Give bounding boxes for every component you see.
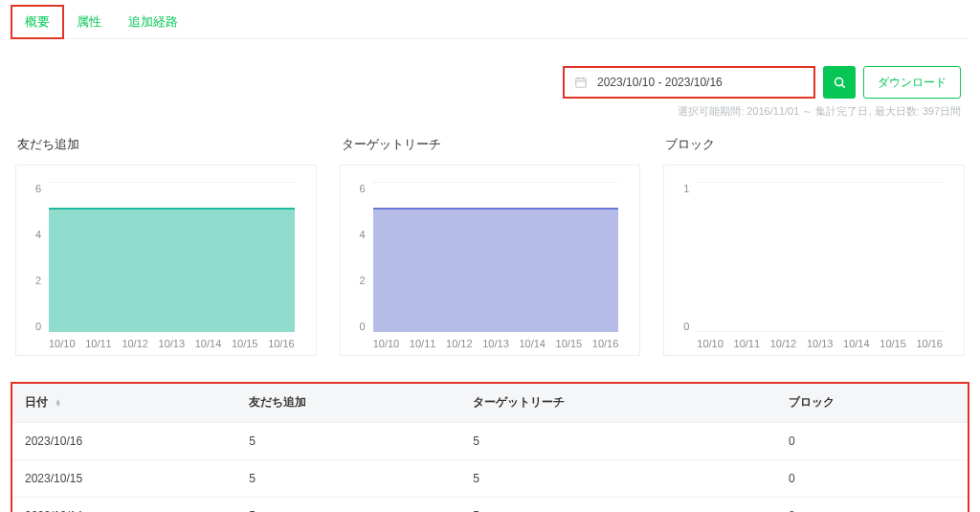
cell-reach: 5 [459, 423, 775, 460]
x-axis: 10/1010/1110/1210/1310/1410/1510/16 [697, 338, 943, 349]
chart-card: ターゲットリーチ642010/1010/1110/1210/1310/1410/… [340, 136, 641, 356]
cell-addfriends: 5 [235, 460, 459, 498]
x-tick: 10/13 [807, 338, 834, 349]
data-table-wrap: 日付 ▲▼ 友だち追加 ターゲットリーチ ブロック 2023/10/165502… [11, 383, 969, 512]
grid-line [373, 182, 619, 183]
cell-addfriends: 5 [235, 498, 459, 513]
x-tick: 10/12 [446, 338, 473, 349]
y-tick: 0 [360, 321, 366, 332]
cell-block: 0 [775, 498, 969, 513]
col-block[interactable]: ブロック [775, 383, 969, 423]
search-button[interactable] [823, 66, 856, 99]
x-axis: 10/1010/1110/1210/1310/1410/1510/16 [373, 338, 619, 349]
x-tick: 10/16 [592, 338, 619, 349]
tab-add-route[interactable]: 追加経路 [115, 6, 191, 38]
svg-rect-0 [576, 78, 587, 87]
x-tick: 10/12 [770, 338, 797, 349]
calendar-icon [574, 76, 588, 89]
date-range-hint: 選択可能期間: 2016/11/01 ～ 集計完了日, 最大日数: 397日間 [678, 104, 961, 119]
chart-plot: 642010/1010/1110/1210/1310/1410/1510/16 [15, 165, 317, 356]
x-tick: 10/11 [85, 338, 112, 349]
tabs-bar: 概要 属性 追加経路 [11, 0, 969, 39]
x-tick: 10/15 [556, 338, 583, 349]
col-reach[interactable]: ターゲットリーチ [459, 383, 775, 423]
toolbar: 2023/10/10 - 2023/10/16 ダウンロード [11, 66, 969, 99]
y-axis: 10 [676, 183, 689, 332]
date-range-value: 2023/10/10 - 2023/10/16 [597, 76, 723, 89]
y-tick: 4 [35, 229, 41, 240]
table-row: 2023/10/15550 [11, 460, 969, 498]
svg-point-4 [835, 78, 842, 85]
chart-title: 友だち追加 [15, 136, 317, 153]
col-date[interactable]: 日付 ▲▼ [11, 383, 235, 423]
table-row: 2023/10/16550 [11, 423, 969, 460]
x-tick: 10/14 [195, 338, 222, 349]
x-tick: 10/11 [410, 338, 436, 349]
data-table: 日付 ▲▼ 友だち追加 ターゲットリーチ ブロック 2023/10/165502… [11, 383, 969, 512]
plot-area [49, 183, 295, 332]
x-axis: 10/1010/1110/1210/1310/1410/1510/16 [49, 338, 295, 349]
x-tick: 10/10 [697, 338, 724, 349]
y-tick: 2 [360, 275, 366, 286]
y-tick: 6 [360, 183, 366, 194]
cell-block: 0 [775, 460, 969, 498]
y-tick: 2 [35, 275, 41, 286]
y-tick: 1 [683, 183, 689, 194]
chart-title: ブロック [663, 136, 965, 153]
y-tick: 0 [35, 321, 41, 332]
date-range-picker[interactable]: 2023/10/10 - 2023/10/16 [563, 66, 815, 99]
x-tick: 10/15 [880, 338, 906, 349]
series-line [373, 208, 619, 210]
cell-reach: 5 [459, 498, 775, 513]
chart-card: 友だち追加642010/1010/1110/1210/1310/1410/151… [15, 136, 317, 356]
y-axis: 6420 [28, 183, 41, 332]
download-button[interactable]: ダウンロード [863, 66, 961, 99]
series-area [373, 208, 619, 332]
series-line [49, 208, 295, 210]
charts-row: 友だち追加642010/1010/1110/1210/1310/1410/151… [11, 136, 969, 356]
col-addfriends[interactable]: 友だち追加 [235, 383, 459, 423]
chart-card: ブロック1010/1010/1110/1210/1310/1410/1510/1… [663, 136, 965, 356]
cell-addfriends: 5 [235, 423, 459, 460]
grid-line [697, 331, 943, 332]
x-tick: 10/16 [916, 338, 943, 349]
tab-attributes[interactable]: 属性 [63, 6, 115, 38]
table-header-row: 日付 ▲▼ 友だち追加 ターゲットリーチ ブロック [11, 383, 969, 423]
y-tick: 6 [35, 183, 41, 194]
plot-area [697, 183, 943, 332]
cell-reach: 5 [459, 460, 775, 498]
table-row: 2023/10/14550 [11, 498, 969, 513]
chart-plot: 642010/1010/1110/1210/1310/1410/1510/16 [340, 165, 641, 356]
cell-date: 2023/10/15 [11, 460, 235, 498]
tab-overview[interactable]: 概要 [11, 6, 63, 38]
y-axis: 6420 [352, 183, 366, 332]
x-tick: 10/10 [373, 338, 400, 349]
chart-title: ターゲットリーチ [340, 136, 641, 153]
x-tick: 10/16 [268, 338, 295, 349]
y-tick: 4 [360, 229, 366, 240]
x-tick: 10/14 [519, 338, 546, 349]
x-tick: 10/13 [482, 338, 509, 349]
plot-area [373, 183, 619, 332]
cell-date: 2023/10/14 [11, 498, 235, 513]
chart-plot: 1010/1010/1110/1210/1310/1410/1510/16 [663, 165, 965, 356]
y-tick: 0 [683, 321, 689, 332]
search-icon [833, 76, 847, 90]
cell-date: 2023/10/16 [11, 423, 235, 460]
x-tick: 10/11 [734, 338, 761, 349]
x-tick: 10/13 [159, 338, 186, 349]
x-tick: 10/14 [843, 338, 870, 349]
x-tick: 10/10 [49, 338, 76, 349]
col-date-label: 日付 [25, 395, 48, 409]
svg-line-5 [841, 84, 844, 87]
grid-line [697, 182, 943, 183]
x-tick: 10/15 [232, 338, 258, 349]
series-area [49, 208, 295, 332]
x-tick: 10/12 [122, 338, 148, 349]
cell-block: 0 [775, 423, 969, 460]
grid-line [49, 182, 295, 183]
sort-icon: ▲▼ [55, 399, 61, 407]
